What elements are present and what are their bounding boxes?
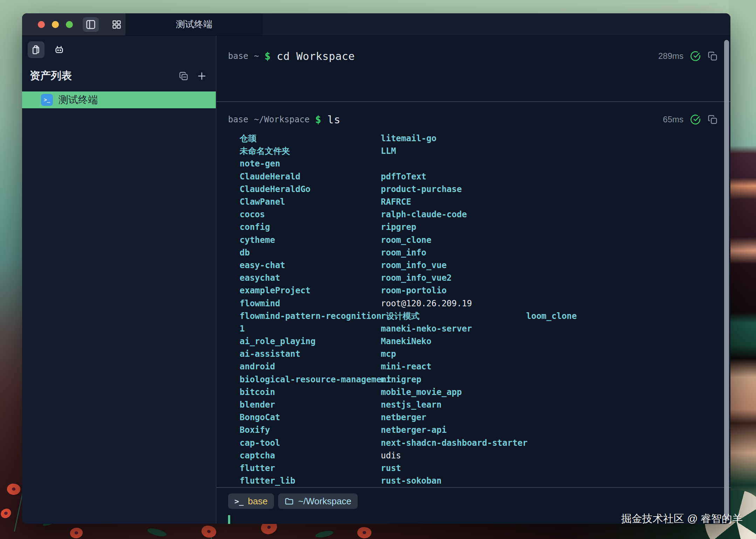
- terminal-cursor: [228, 515, 230, 524]
- prompt-divider: [217, 487, 730, 488]
- ls-row: flowmind-pattern-recognitionr设计模式loom_cl…: [240, 310, 718, 322]
- assets-panel-button[interactable]: [28, 41, 44, 58]
- copy-command-button[interactable]: [707, 51, 718, 61]
- file-entry: android: [240, 362, 381, 371]
- command-meta: 65ms: [663, 114, 718, 125]
- command-duration: 289ms: [658, 51, 683, 61]
- close-button[interactable]: [38, 21, 45, 28]
- ls-row: exampleProjectroom-portolio: [240, 284, 718, 297]
- file-entry: maneki-neko-server: [381, 324, 526, 334]
- check-circle-icon: [690, 114, 701, 125]
- file-entry: mcp: [381, 349, 526, 359]
- file-entry: cocos: [240, 210, 381, 219]
- file-entry: 1: [240, 324, 381, 334]
- command-block-1: base ~ $ cd Workspace 289ms: [217, 36, 730, 101]
- watermark: 掘金技术社区 @ 睿智的羊: [621, 512, 743, 526]
- add-asset-button[interactable]: [197, 71, 207, 81]
- asset-list-title: 资产列表: [30, 69, 72, 83]
- cwd-badge[interactable]: ~/Workspace: [278, 493, 358, 509]
- file-entry: ai-assistant: [240, 349, 381, 359]
- copy-minus-icon: [179, 71, 188, 81]
- file-entry: ClaudeHeraldGo: [240, 184, 381, 194]
- sidebar-mode-icons: [22, 36, 216, 58]
- ls-row: ClawPanelRAFRCE: [240, 196, 718, 208]
- file-entry: cap-tool: [240, 438, 381, 448]
- file-entry: flutter_lib: [240, 476, 381, 486]
- file-entry: rust-sokoban: [381, 476, 526, 486]
- ls-row: bitcoinmobile_movie_app: [240, 386, 718, 398]
- terminal-icon: >_: [41, 94, 53, 106]
- terminal-pane[interactable]: base ~ $ cd Workspace 289ms: [217, 36, 730, 524]
- check-circle-icon: [690, 50, 701, 62]
- command-text: ls: [328, 114, 341, 126]
- ls-row: captchaudis: [240, 449, 718, 462]
- cwd-badge-label: ~/Workspace: [298, 496, 351, 507]
- copy-command-button[interactable]: [707, 114, 718, 125]
- file-entry: biological-resource-management: [240, 375, 381, 384]
- file-entry: netberger-api: [381, 425, 526, 435]
- ls-row: easychatroom_info_vue2: [240, 272, 718, 284]
- file-entry: mobile_movie_app: [381, 387, 526, 397]
- sidebar: 资产列表 >_ 测试终端: [22, 36, 216, 524]
- file-entry: flowmind: [240, 299, 381, 308]
- ls-row: cythemeroom_clone: [240, 234, 718, 246]
- traffic-lights: [38, 21, 73, 28]
- file-entry: BongoCat: [240, 412, 381, 422]
- ls-row: 未命名文件夹LLM: [240, 145, 718, 157]
- prompt-symbol: $: [264, 50, 270, 62]
- file-entry: 仓颉: [240, 133, 381, 144]
- file-entry: db: [240, 248, 381, 258]
- file-entry: room_info: [381, 248, 526, 258]
- file-entry: config: [240, 222, 381, 232]
- ls-row: ai_role_playingManekiNeko: [240, 335, 718, 348]
- asset-list-header: 资产列表: [22, 69, 216, 83]
- command-block-2: base ~/Workspace $ ls 65ms: [217, 102, 730, 487]
- file-entry: ManekiNeko: [381, 336, 526, 346]
- asset-item-test-terminal[interactable]: >_ 测试终端: [22, 91, 216, 108]
- wallpaper-right-edge: [729, 0, 756, 539]
- file-entry: netberger: [381, 412, 526, 422]
- folder-icon: [284, 497, 294, 506]
- tab-bar-empty-area: [263, 13, 730, 35]
- file-entry: room-portolio: [381, 286, 526, 295]
- ls-row: flutter_librust-sokoban: [240, 475, 718, 487]
- toggle-sidebar-button[interactable]: [83, 17, 99, 32]
- prompt-context-line: >_ base ~/Workspace: [228, 493, 730, 509]
- layout-grid-button[interactable]: [109, 17, 125, 32]
- file-entry: LLM: [381, 146, 526, 156]
- titlebar-left: [22, 13, 125, 35]
- ls-row: biological-resource-managementminigrep: [240, 373, 718, 386]
- file-entry: bitcoin: [240, 387, 381, 397]
- cwd-context: ~/Workspace: [254, 115, 310, 124]
- duplicate-asset-button[interactable]: [179, 71, 188, 81]
- file-entry: ClaudeHerald: [240, 172, 381, 182]
- ls-row: flutterrust: [240, 462, 718, 475]
- shell-context: base: [228, 51, 248, 61]
- ls-row: cap-toolnext-shadcn-dashboard-starter: [240, 437, 718, 449]
- ls-row: Boxifynetberger-api: [240, 424, 718, 436]
- maximize-button[interactable]: [66, 21, 73, 28]
- asset-item-label: 测试终端: [59, 93, 98, 107]
- ls-row: configripgrep: [240, 221, 718, 233]
- file-entry: product-purchase: [381, 184, 526, 194]
- ls-row: flowmindroot@120.26.209.19: [240, 297, 718, 309]
- file-entry: exampleProject: [240, 286, 381, 295]
- wallpaper-left-edge: [0, 0, 25, 539]
- file-entry: room_info_vue: [381, 260, 526, 270]
- file-entry: root@120.26.209.19: [381, 299, 526, 308]
- file-entry: mini-react: [381, 362, 526, 371]
- scrollbar[interactable]: [724, 40, 729, 521]
- ls-row: dbroom_info: [240, 246, 718, 259]
- file-entry: nestjs_learn: [381, 400, 526, 410]
- ls-row: ClaudeHeraldpdfToText: [240, 170, 718, 183]
- file-entry: pdfToText: [381, 172, 526, 182]
- ai-assistant-button[interactable]: [51, 41, 68, 58]
- file-entry: room_clone: [381, 235, 526, 245]
- command-meta: 289ms: [658, 50, 718, 62]
- minimize-button[interactable]: [52, 21, 59, 28]
- file-entry: easy-chat: [240, 260, 381, 270]
- tab-title: 测试终端: [176, 18, 212, 30]
- tab-test-terminal[interactable]: 测试终端: [125, 13, 263, 35]
- shell-badge[interactable]: >_ base: [228, 493, 274, 509]
- file-entry: r设计模式: [381, 311, 526, 322]
